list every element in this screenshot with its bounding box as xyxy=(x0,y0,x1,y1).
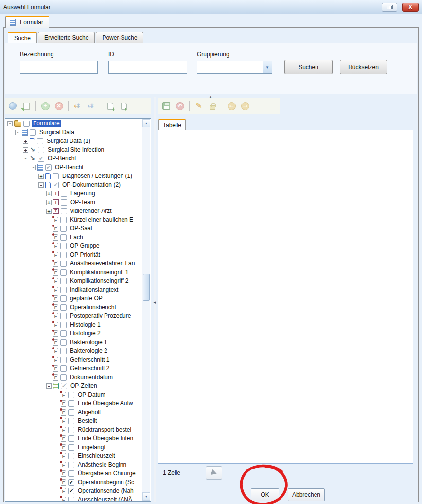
tree-item-label[interactable]: OP-Zeiten xyxy=(70,382,98,390)
tree-item-label[interactable]: Abgeholt xyxy=(77,408,102,416)
gruppierung-select[interactable]: ▼ xyxy=(197,61,272,74)
new-document-button[interactable] xyxy=(105,100,116,112)
tree-checkbox[interactable] xyxy=(61,191,67,197)
tree-expander[interactable]: + xyxy=(46,200,52,205)
tree-checkbox[interactable] xyxy=(60,374,67,381)
tree-checkbox[interactable] xyxy=(68,427,74,433)
tree-checkbox[interactable] xyxy=(60,330,67,337)
tree-checkbox[interactable]: ✔ xyxy=(45,164,52,171)
expand-all-button[interactable] xyxy=(72,100,84,112)
tree-checkbox[interactable] xyxy=(60,278,67,284)
vertical-splitter[interactable]: ◄ xyxy=(152,97,158,502)
tree-item[interactable]: FÜbergabe an Chirurge xyxy=(5,469,142,478)
tree-item-label[interactable]: vidierender-Arzt xyxy=(70,207,113,215)
tree-expander[interactable]: + xyxy=(23,139,28,144)
tree-item[interactable]: FFach xyxy=(5,233,142,242)
tree-item[interactable]: +Tvidierender-Arzt xyxy=(5,207,142,215)
tree-item-label[interactable]: Indikationslangtext xyxy=(69,286,119,294)
tree-item[interactable]: FRücktransport bestel xyxy=(5,425,142,434)
tree-item[interactable]: -↘✔OP-Bericht xyxy=(5,154,142,163)
collapse-all-button[interactable] xyxy=(86,100,97,112)
tree-checkbox[interactable] xyxy=(68,418,74,424)
tree-item-label[interactable]: OP-Team xyxy=(70,198,96,206)
tree-item[interactable]: FAusschleuszeit (ANÄ xyxy=(5,495,142,501)
tree-item[interactable]: +↘Surgical Site Infection xyxy=(5,145,142,154)
tree-checkbox[interactable] xyxy=(60,234,67,241)
tree-item-label[interactable]: Bestellt xyxy=(77,417,98,425)
tree-checkbox[interactable] xyxy=(23,121,30,127)
tree-item-label[interactable]: Anästhesieverfahren Lan xyxy=(69,260,136,267)
tree-item-label[interactable]: Surgical Data (1) xyxy=(46,137,91,145)
tree-item[interactable]: FGefrierschnitt 1 xyxy=(5,355,142,364)
tree-checkbox[interactable] xyxy=(60,304,67,311)
tree-item[interactable]: FPostoperativ Prozedure xyxy=(5,312,142,320)
tree-item[interactable]: FAbgeholt xyxy=(5,408,142,417)
form-tree[interactable]: -Formulare-Surgical Data+Surgical Data (… xyxy=(5,118,151,502)
tree-item[interactable]: +TLagerung xyxy=(5,189,142,198)
tab-tabelle[interactable]: Tabelle xyxy=(158,119,186,130)
tree-checkbox[interactable]: ✔ xyxy=(61,383,67,389)
tree-item-label[interactable]: Komplikationseingriff 1 xyxy=(69,268,130,276)
tree-item[interactable]: FKomplikationseingriff 2 xyxy=(5,277,142,285)
scrollbar-thumb[interactable] xyxy=(143,274,150,301)
tree-expander[interactable]: - xyxy=(46,383,52,389)
tree-checkbox[interactable] xyxy=(60,295,67,302)
tree-checkbox[interactable]: ✔ xyxy=(38,156,44,162)
tree-item-label[interactable]: Anästhesie Beginn xyxy=(77,461,127,469)
tree-checkbox[interactable] xyxy=(60,322,67,328)
forward-button[interactable]: → xyxy=(239,100,251,112)
tree-item[interactable]: FEnde Übergabe Aufw xyxy=(5,399,142,408)
tree-checkbox[interactable] xyxy=(68,462,74,468)
tree-item-label[interactable]: Übergabe an Chirurge xyxy=(77,469,137,477)
tree-item-label[interactable]: OP-Bericht xyxy=(54,163,85,171)
tree-item-label[interactable]: Histologie 1 xyxy=(69,321,102,329)
tree-item[interactable]: -✔OP-Bericht xyxy=(5,163,142,172)
tree-item-label[interactable]: OP-Datum xyxy=(77,391,106,399)
tree-checkbox[interactable] xyxy=(68,392,74,398)
tree-item[interactable]: -Formulare xyxy=(5,119,142,128)
tree-item-label[interactable]: Diagnosen / Leistungen (1) xyxy=(61,172,133,180)
tree-checkbox[interactable] xyxy=(60,269,67,276)
tree-item-label[interactable]: Surgical Site Infection xyxy=(47,146,105,154)
tree-item-label[interactable]: Kürzel einer baulichen E xyxy=(69,216,134,224)
tree-checkbox[interactable] xyxy=(68,497,74,502)
tree-checkbox[interactable] xyxy=(68,409,74,416)
tree-checkbox[interactable] xyxy=(68,444,74,451)
tree-checkbox[interactable] xyxy=(60,252,67,258)
tree-item-label[interactable]: OP Gruppe xyxy=(69,242,100,250)
tree-item-label[interactable]: Operationsbeginn (Sc xyxy=(77,478,135,486)
tree-checkbox[interactable] xyxy=(61,208,67,214)
globe-button[interactable] xyxy=(7,100,18,112)
tree-item-label[interactable]: Surgical Data xyxy=(38,128,75,136)
tree-item[interactable]: FOP Priorität xyxy=(5,250,142,259)
tree-item[interactable]: FOperationsbericht xyxy=(5,303,142,312)
tree-expander[interactable]: - xyxy=(23,156,28,161)
save-button[interactable] xyxy=(160,100,172,112)
tree-item-label[interactable]: Operationsbericht xyxy=(69,303,117,311)
tree-checkbox[interactable] xyxy=(60,226,67,232)
tree-checkbox[interactable] xyxy=(37,138,43,144)
scroll-up-icon[interactable]: ▲ xyxy=(142,119,150,127)
bezeichnung-input[interactable] xyxy=(20,61,98,74)
tree-item[interactable]: FOP Gruppe xyxy=(5,242,142,250)
tree-item[interactable]: FAnästhesie Beginn xyxy=(5,460,142,469)
tree-item-label[interactable]: Ende Übergabe Inten xyxy=(77,434,134,442)
tree-item[interactable]: FBestellt xyxy=(5,417,142,425)
tree-item[interactable]: FEingelangt xyxy=(5,443,142,452)
tree-checkbox[interactable] xyxy=(53,173,59,179)
tree-expander[interactable]: + xyxy=(23,147,28,153)
tree-item-label[interactable]: Dokumentdatum xyxy=(69,373,114,381)
tree-item-label[interactable]: Komplikationseingriff 2 xyxy=(69,277,130,285)
tree-item-label[interactable]: Lagerung xyxy=(70,190,96,197)
delete-button[interactable]: ✕ xyxy=(53,100,65,112)
tree-item[interactable]: FAnästhesieverfahren Lan xyxy=(5,259,142,268)
tree-checkbox[interactable] xyxy=(68,453,74,459)
tree-checkbox[interactable] xyxy=(60,357,67,363)
tree-item-label[interactable]: geplante OP xyxy=(69,295,104,302)
tree-expander[interactable]: + xyxy=(46,191,52,196)
tree-item[interactable]: FIndikationslangtext xyxy=(5,285,142,294)
back-button[interactable]: ← xyxy=(226,100,237,112)
tab-suche[interactable]: Suche xyxy=(8,32,37,43)
tree-item[interactable]: FKürzel einer baulichen E xyxy=(5,215,142,224)
tree-item[interactable]: FGefrierschnitt 2 xyxy=(5,364,142,373)
